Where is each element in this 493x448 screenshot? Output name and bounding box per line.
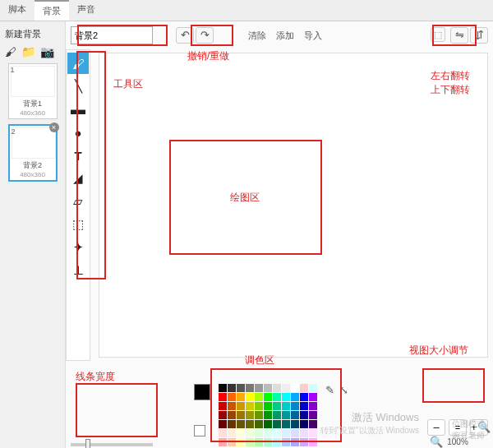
color-swatch[interactable]	[237, 402, 245, 410]
color-swatch[interactable]	[237, 438, 245, 446]
color-swatch[interactable]	[219, 402, 227, 410]
color-swatch[interactable]	[264, 429, 272, 437]
color-swatch[interactable]	[228, 438, 236, 446]
tab-sounds[interactable]: 声音	[69, 0, 104, 21]
flip-horizontal-button[interactable]: ⇋	[450, 27, 468, 44]
drawing-canvas[interactable]	[99, 53, 488, 358]
color-swatch[interactable]	[300, 420, 308, 428]
color-swatch[interactable]	[273, 402, 281, 410]
color-swatch[interactable]	[255, 420, 263, 428]
fill-tool-icon[interactable]: ◢	[67, 168, 89, 189]
background-color[interactable]	[194, 425, 205, 436]
color-swatch[interactable]	[264, 438, 272, 446]
color-swatch[interactable]	[282, 420, 290, 428]
color-swatch[interactable]	[255, 438, 263, 446]
color-swatch[interactable]	[219, 384, 227, 392]
color-swatch[interactable]	[264, 393, 272, 401]
color-swatch[interactable]	[291, 402, 299, 410]
redo-button[interactable]: ↷	[196, 27, 214, 44]
tab-scripts[interactable]: 脚本	[0, 0, 35, 21]
color-palette[interactable]	[219, 384, 317, 446]
color-swatch[interactable]	[309, 402, 317, 410]
color-swatch[interactable]	[264, 411, 272, 419]
undo-button[interactable]: ↶	[176, 27, 194, 44]
color-swatch[interactable]	[300, 411, 308, 419]
camera-icon[interactable]: 📷	[40, 45, 54, 58]
color-swatch[interactable]	[309, 438, 317, 446]
color-swatch[interactable]	[246, 429, 254, 437]
color-swatch[interactable]	[237, 420, 245, 428]
circle-tool-icon[interactable]: ●	[67, 122, 89, 143]
color-swatch[interactable]	[291, 429, 299, 437]
foreground-color[interactable]	[194, 384, 210, 400]
thumbnail-2[interactable]: 2 × 背景2 480x360	[8, 124, 58, 182]
color-swatch[interactable]	[282, 384, 290, 392]
paint-new-icon[interactable]: 🖌	[5, 45, 16, 58]
color-swatch[interactable]	[264, 402, 272, 410]
color-swatch[interactable]	[291, 420, 299, 428]
color-swatch[interactable]	[273, 420, 281, 428]
color-swatch[interactable]	[228, 429, 236, 437]
color-swatch[interactable]	[273, 393, 281, 401]
color-swatch[interactable]	[273, 438, 281, 446]
stamp-tool-icon[interactable]: ⊥	[67, 260, 89, 281]
color-swatch[interactable]	[300, 402, 308, 410]
color-swatch[interactable]	[300, 384, 308, 392]
color-swatch[interactable]	[255, 411, 263, 419]
color-swatch[interactable]	[282, 402, 290, 410]
color-swatch[interactable]	[237, 384, 245, 392]
color-swatch[interactable]	[246, 438, 254, 446]
color-swatch[interactable]	[273, 411, 281, 419]
color-swatch[interactable]	[282, 393, 290, 401]
color-swatch[interactable]	[273, 429, 281, 437]
color-swatch[interactable]	[309, 393, 317, 401]
color-swatch[interactable]	[291, 393, 299, 401]
tab-backgrounds[interactable]: 背景	[35, 0, 69, 21]
color-swatch[interactable]	[228, 402, 236, 410]
line-width-slider[interactable]	[71, 443, 153, 446]
rect-tool-icon[interactable]: ▬	[67, 99, 89, 120]
color-swatch[interactable]	[255, 402, 263, 410]
color-swatch[interactable]	[264, 384, 272, 392]
color-swatch[interactable]	[300, 438, 308, 446]
text-tool-icon[interactable]: T	[67, 145, 89, 166]
color-swatch[interactable]	[282, 411, 290, 419]
eyedropper-icon[interactable]: ✎	[325, 384, 334, 396]
line-tool-icon[interactable]: ╲	[67, 76, 89, 97]
magic-tool-icon[interactable]: ✦	[67, 237, 89, 258]
close-icon[interactable]: ×	[49, 122, 59, 132]
color-swatch[interactable]	[309, 420, 317, 428]
color-swatch[interactable]	[219, 420, 227, 428]
clear-button[interactable]: 清除	[248, 30, 266, 42]
color-swatch[interactable]	[309, 429, 317, 437]
color-swatch[interactable]	[219, 438, 227, 446]
upload-icon[interactable]: 📁	[21, 45, 35, 58]
thumbnail-1[interactable]: 1 背景1 480x360	[8, 63, 58, 119]
color-swatch[interactable]	[291, 438, 299, 446]
picker-icon[interactable]: ⤡	[339, 384, 348, 396]
color-swatch[interactable]	[219, 411, 227, 419]
flip-vertical-button[interactable]: ⇵	[470, 27, 488, 44]
color-swatch[interactable]	[246, 402, 254, 410]
mode-toggle[interactable]: ⬚	[431, 27, 445, 42]
color-swatch[interactable]	[300, 429, 308, 437]
color-swatch[interactable]	[300, 393, 308, 401]
color-swatch[interactable]	[282, 438, 290, 446]
brush-tool-icon[interactable]: 🖌	[67, 53, 89, 74]
select-tool-icon[interactable]: ⬚	[67, 214, 89, 235]
color-swatch[interactable]	[246, 411, 254, 419]
color-swatch[interactable]	[228, 420, 236, 428]
color-swatch[interactable]	[273, 384, 281, 392]
color-swatch[interactable]	[219, 393, 227, 401]
color-swatch[interactable]	[228, 393, 236, 401]
color-swatch[interactable]	[255, 429, 263, 437]
color-swatch[interactable]	[255, 393, 263, 401]
zoom-out-button[interactable]: –🔍	[427, 419, 445, 436]
color-swatch[interactable]	[309, 384, 317, 392]
color-swatch[interactable]	[282, 429, 290, 437]
color-swatch[interactable]	[228, 384, 236, 392]
color-swatch[interactable]	[291, 384, 299, 392]
color-swatch[interactable]	[246, 393, 254, 401]
color-swatch[interactable]	[264, 420, 272, 428]
color-swatch[interactable]	[309, 411, 317, 419]
